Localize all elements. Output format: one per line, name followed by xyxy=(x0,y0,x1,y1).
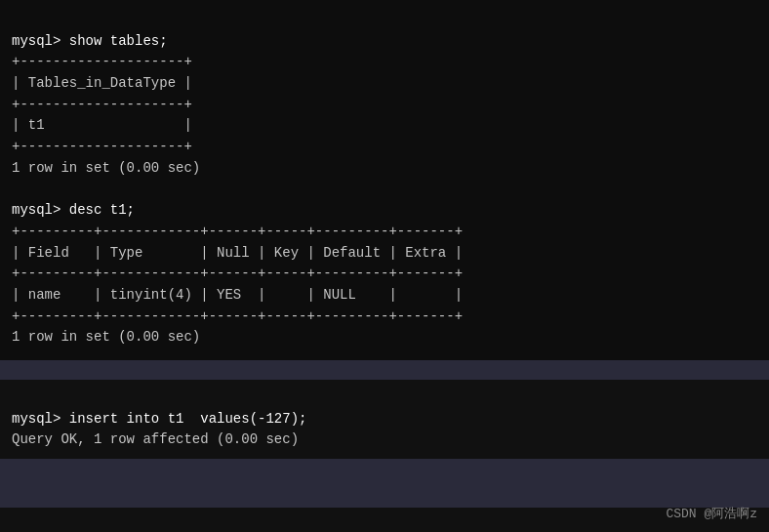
result-insert-neg127: Query OK, 1 row affected (0.00 sec) xyxy=(12,431,299,447)
desc-row: | name | tinyint(4) | YES | | NULL | | xyxy=(12,287,463,303)
desc-border-2: +---------+------------+------+-----+---… xyxy=(12,266,463,281)
table-border-1: +--------------------+ xyxy=(12,54,192,69)
gap-2 xyxy=(0,459,769,476)
gap-3 xyxy=(0,476,769,506)
terminal-section-bot: mysql> insert into t1 values(128); ERROR… xyxy=(0,508,769,532)
table-border-2: +--------------------+ xyxy=(12,97,192,112)
prompt-desc-t1: mysql> desc t1; xyxy=(12,202,135,218)
desc-border-1: +---------+------------+------+-----+---… xyxy=(12,224,463,239)
terminal-section-top: mysql> show tables; +-------------------… xyxy=(0,0,769,360)
desc-border-3: +---------+------------+------+-----+---… xyxy=(12,308,463,324)
terminal-section-mid: mysql> insert into t1 values(-127); Quer… xyxy=(0,380,769,459)
prompt-insert-neg127: mysql> insert into t1 values(-127); xyxy=(12,411,306,427)
result-show-tables: 1 row in set (0.00 sec) xyxy=(12,160,200,176)
result-desc: 1 row in set (0.00 sec) xyxy=(12,329,200,345)
table-row-t1: | t1 | xyxy=(12,117,192,133)
desc-header: | Field | Type | Null | Key | Default | … xyxy=(12,245,463,261)
table-header: | Tables_in_DataType | xyxy=(12,75,192,91)
prompt-show-tables: mysql> show tables; xyxy=(12,33,168,49)
watermark: CSDN @阿浩啊z xyxy=(666,505,757,522)
table-border-3: +--------------------+ xyxy=(12,139,192,154)
gap-1 xyxy=(0,360,769,378)
